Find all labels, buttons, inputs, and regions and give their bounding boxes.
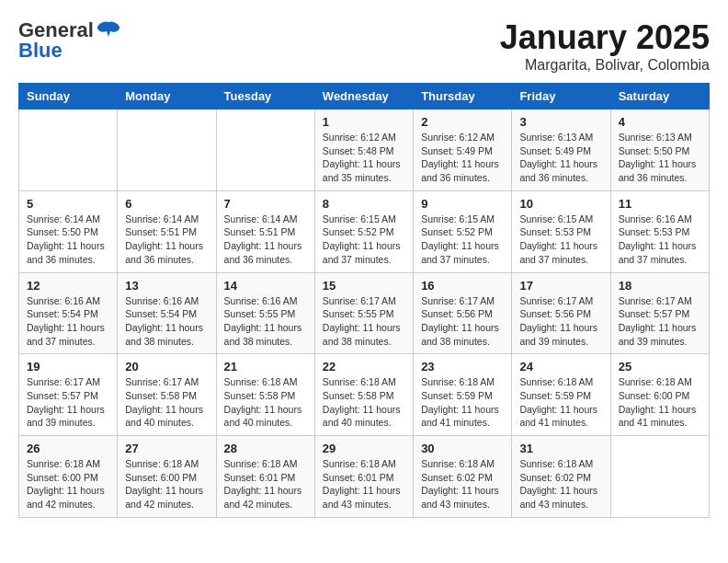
day-info: Sunrise: 6:14 AM Sunset: 5:50 PM Dayligh… bbox=[27, 213, 109, 267]
calendar-week-row: 1Sunrise: 6:12 AM Sunset: 5:48 PM Daylig… bbox=[19, 109, 710, 191]
day-info: Sunrise: 6:18 AM Sunset: 6:00 PM Dayligh… bbox=[125, 457, 208, 511]
calendar-cell bbox=[118, 109, 216, 191]
calendar-cell: 27Sunrise: 6:18 AM Sunset: 6:00 PM Dayli… bbox=[118, 436, 216, 518]
calendar-cell: 15Sunrise: 6:17 AM Sunset: 5:55 PM Dayli… bbox=[314, 272, 413, 354]
day-number: 23 bbox=[421, 360, 504, 373]
day-info: Sunrise: 6:18 AM Sunset: 6:00 PM Dayligh… bbox=[27, 457, 109, 511]
day-number: 21 bbox=[224, 360, 307, 373]
calendar-cell: 13Sunrise: 6:16 AM Sunset: 5:54 PM Dayli… bbox=[118, 272, 216, 354]
day-number: 19 bbox=[27, 360, 109, 373]
day-number: 25 bbox=[619, 360, 701, 373]
day-info: Sunrise: 6:15 AM Sunset: 5:53 PM Dayligh… bbox=[519, 213, 602, 267]
calendar-header-sunday: Sunday bbox=[19, 84, 118, 109]
logo-bird-icon bbox=[96, 20, 121, 40]
calendar-cell: 30Sunrise: 6:18 AM Sunset: 6:02 PM Dayli… bbox=[414, 436, 512, 518]
day-number: 3 bbox=[519, 115, 602, 129]
location: Margarita, Bolivar, Colombia bbox=[500, 57, 710, 74]
day-info: Sunrise: 6:16 AM Sunset: 5:53 PM Dayligh… bbox=[619, 213, 701, 267]
calendar-week-row: 26Sunrise: 6:18 AM Sunset: 6:00 PM Dayli… bbox=[19, 436, 710, 518]
calendar-cell: 17Sunrise: 6:17 AM Sunset: 5:56 PM Dayli… bbox=[512, 272, 610, 354]
day-info: Sunrise: 6:18 AM Sunset: 6:02 PM Dayligh… bbox=[519, 457, 602, 511]
calendar-cell: 20Sunrise: 6:17 AM Sunset: 5:58 PM Dayli… bbox=[118, 354, 216, 436]
day-number: 30 bbox=[421, 442, 504, 455]
calendar-cell: 6Sunrise: 6:14 AM Sunset: 5:51 PM Daylig… bbox=[118, 190, 216, 272]
day-number: 11 bbox=[619, 197, 701, 211]
calendar-week-row: 12Sunrise: 6:16 AM Sunset: 5:54 PM Dayli… bbox=[19, 272, 710, 354]
day-number: 16 bbox=[421, 279, 504, 293]
page-header: General Blue January 2025 Margarita, Bol… bbox=[18, 18, 710, 74]
calendar-header-tuesday: Tuesday bbox=[216, 84, 314, 109]
day-number: 22 bbox=[323, 360, 405, 373]
calendar-cell: 19Sunrise: 6:17 AM Sunset: 5:57 PM Dayli… bbox=[19, 354, 118, 436]
calendar-cell: 26Sunrise: 6:18 AM Sunset: 6:00 PM Dayli… bbox=[19, 436, 118, 518]
calendar-cell: 29Sunrise: 6:18 AM Sunset: 6:01 PM Dayli… bbox=[314, 436, 413, 518]
day-number: 24 bbox=[519, 360, 602, 373]
calendar-cell: 11Sunrise: 6:16 AM Sunset: 5:53 PM Dayli… bbox=[610, 190, 709, 272]
day-number: 13 bbox=[125, 279, 208, 293]
calendar-cell: 18Sunrise: 6:17 AM Sunset: 5:57 PM Dayli… bbox=[610, 272, 709, 354]
day-number: 18 bbox=[619, 279, 701, 293]
day-number: 7 bbox=[224, 197, 307, 211]
day-info: Sunrise: 6:17 AM Sunset: 5:57 PM Dayligh… bbox=[27, 375, 109, 430]
day-number: 28 bbox=[224, 442, 307, 455]
day-info: Sunrise: 6:17 AM Sunset: 5:57 PM Dayligh… bbox=[619, 294, 701, 349]
day-number: 5 bbox=[27, 197, 109, 211]
day-info: Sunrise: 6:18 AM Sunset: 5:58 PM Dayligh… bbox=[224, 375, 307, 430]
calendar-cell: 7Sunrise: 6:14 AM Sunset: 5:51 PM Daylig… bbox=[216, 190, 314, 272]
day-info: Sunrise: 6:13 AM Sunset: 5:50 PM Dayligh… bbox=[619, 131, 701, 185]
day-number: 2 bbox=[421, 115, 504, 129]
day-info: Sunrise: 6:16 AM Sunset: 5:54 PM Dayligh… bbox=[125, 294, 208, 349]
day-info: Sunrise: 6:17 AM Sunset: 5:56 PM Dayligh… bbox=[421, 294, 504, 349]
month-title: January 2025 bbox=[500, 18, 710, 57]
day-number: 9 bbox=[421, 197, 504, 211]
calendar-cell: 28Sunrise: 6:18 AM Sunset: 6:01 PM Dayli… bbox=[216, 436, 314, 518]
calendar-header-wednesday: Wednesday bbox=[314, 84, 413, 109]
logo: General Blue bbox=[18, 18, 123, 63]
day-number: 6 bbox=[125, 197, 208, 211]
calendar-header-saturday: Saturday bbox=[610, 84, 709, 109]
title-block: January 2025 Margarita, Bolivar, Colombi… bbox=[500, 18, 710, 74]
day-info: Sunrise: 6:13 AM Sunset: 5:49 PM Dayligh… bbox=[519, 131, 602, 185]
calendar-cell: 14Sunrise: 6:16 AM Sunset: 5:55 PM Dayli… bbox=[216, 272, 314, 354]
day-number: 12 bbox=[27, 279, 109, 293]
calendar-cell: 23Sunrise: 6:18 AM Sunset: 5:59 PM Dayli… bbox=[414, 354, 512, 436]
day-number: 31 bbox=[519, 442, 602, 455]
day-number: 20 bbox=[125, 360, 208, 373]
calendar-cell: 21Sunrise: 6:18 AM Sunset: 5:58 PM Dayli… bbox=[216, 354, 314, 436]
day-info: Sunrise: 6:12 AM Sunset: 5:49 PM Dayligh… bbox=[421, 131, 504, 185]
calendar-cell: 16Sunrise: 6:17 AM Sunset: 5:56 PM Dayli… bbox=[414, 272, 512, 354]
day-info: Sunrise: 6:15 AM Sunset: 5:52 PM Dayligh… bbox=[323, 213, 405, 267]
day-info: Sunrise: 6:15 AM Sunset: 5:52 PM Dayligh… bbox=[421, 213, 504, 267]
day-number: 17 bbox=[519, 279, 602, 293]
calendar-cell: 4Sunrise: 6:13 AM Sunset: 5:50 PM Daylig… bbox=[610, 109, 709, 191]
calendar-header-row: SundayMondayTuesdayWednesdayThursdayFrid… bbox=[19, 84, 710, 109]
day-number: 10 bbox=[519, 197, 602, 211]
day-info: Sunrise: 6:12 AM Sunset: 5:48 PM Dayligh… bbox=[323, 131, 405, 185]
calendar-cell bbox=[19, 109, 118, 191]
calendar-cell: 8Sunrise: 6:15 AM Sunset: 5:52 PM Daylig… bbox=[314, 190, 413, 272]
day-number: 8 bbox=[323, 197, 405, 211]
calendar-week-row: 19Sunrise: 6:17 AM Sunset: 5:57 PM Dayli… bbox=[19, 354, 710, 436]
day-number: 14 bbox=[224, 279, 307, 293]
calendar-cell: 25Sunrise: 6:18 AM Sunset: 6:00 PM Dayli… bbox=[610, 354, 709, 436]
calendar-cell bbox=[216, 109, 314, 191]
calendar-table: SundayMondayTuesdayWednesdayThursdayFrid… bbox=[18, 83, 710, 518]
day-info: Sunrise: 6:17 AM Sunset: 5:56 PM Dayligh… bbox=[519, 294, 602, 349]
day-info: Sunrise: 6:18 AM Sunset: 5:59 PM Dayligh… bbox=[519, 375, 602, 430]
calendar-cell: 5Sunrise: 6:14 AM Sunset: 5:50 PM Daylig… bbox=[19, 190, 118, 272]
calendar-cell: 3Sunrise: 6:13 AM Sunset: 5:49 PM Daylig… bbox=[512, 109, 610, 191]
calendar-cell: 1Sunrise: 6:12 AM Sunset: 5:48 PM Daylig… bbox=[314, 109, 413, 191]
day-info: Sunrise: 6:14 AM Sunset: 5:51 PM Dayligh… bbox=[125, 213, 208, 267]
calendar-cell: 2Sunrise: 6:12 AM Sunset: 5:49 PM Daylig… bbox=[414, 109, 512, 191]
calendar-cell bbox=[610, 436, 709, 518]
calendar-header-thursday: Thursday bbox=[414, 84, 512, 109]
day-info: Sunrise: 6:18 AM Sunset: 5:58 PM Dayligh… bbox=[323, 375, 405, 430]
day-info: Sunrise: 6:18 AM Sunset: 6:00 PM Dayligh… bbox=[619, 375, 701, 430]
day-number: 26 bbox=[27, 442, 109, 455]
day-info: Sunrise: 6:18 AM Sunset: 6:01 PM Dayligh… bbox=[323, 457, 405, 511]
logo-blue: Blue bbox=[18, 39, 63, 63]
calendar-cell: 10Sunrise: 6:15 AM Sunset: 5:53 PM Dayli… bbox=[512, 190, 610, 272]
day-number: 27 bbox=[125, 442, 208, 455]
day-number: 4 bbox=[619, 115, 701, 129]
day-info: Sunrise: 6:16 AM Sunset: 5:54 PM Dayligh… bbox=[27, 294, 109, 349]
